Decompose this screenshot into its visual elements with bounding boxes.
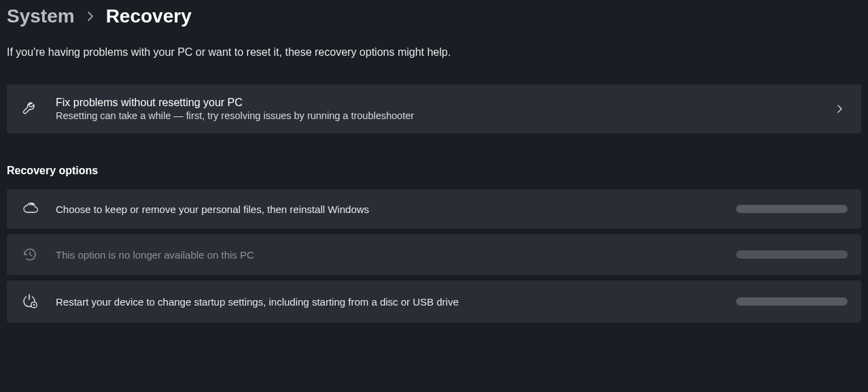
reset-pc-row: Choose to keep or remove your personal f… <box>7 189 861 229</box>
advanced-startup-row: Restart your device to change startup se… <box>7 280 861 323</box>
wrench-icon <box>22 101 48 117</box>
power-settings-icon <box>22 293 48 310</box>
breadcrumb: System Recovery <box>7 5 861 27</box>
restart-now-button[interactable] <box>736 297 848 306</box>
cloud-reset-icon <box>22 201 48 216</box>
page-description: If you're having problems with your PC o… <box>7 46 861 59</box>
go-back-button <box>736 250 848 259</box>
recovery-options-heading: Recovery options <box>7 165 861 177</box>
advanced-startup-description: Restart your device to change startup se… <box>56 296 736 308</box>
fix-problems-title: Fix problems without resetting your PC <box>56 97 831 109</box>
go-back-description: This option is no longer available on th… <box>56 249 736 261</box>
chevron-right-icon <box>87 11 94 22</box>
chevron-right-icon <box>831 104 848 114</box>
go-back-row: This option is no longer available on th… <box>7 234 861 275</box>
reset-pc-button[interactable] <box>736 205 848 213</box>
fix-problems-subtitle: Resetting can take a while — first, try … <box>56 110 831 121</box>
reset-pc-description: Choose to keep or remove your personal f… <box>56 203 736 215</box>
svg-point-1 <box>33 304 35 306</box>
history-icon <box>22 246 48 263</box>
page-title: Recovery <box>106 5 192 27</box>
breadcrumb-parent[interactable]: System <box>7 5 75 27</box>
fix-problems-card[interactable]: Fix problems without resetting your PC R… <box>7 84 861 133</box>
